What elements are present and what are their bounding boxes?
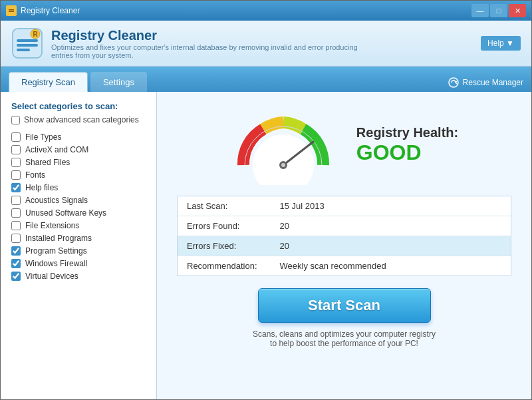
category-item-11[interactable]: Virtual Devices <box>11 272 146 281</box>
tabs-left: Registry Scan Settings <box>9 72 147 92</box>
info-label-2: Errors Fixed: <box>178 236 271 256</box>
category-checkbox-8[interactable] <box>11 234 21 243</box>
health-block: Registry Health: GOOD <box>356 125 458 165</box>
category-item-1[interactable]: ActiveX and COM <box>11 145 146 154</box>
category-label-2: Shared Files <box>25 158 70 167</box>
rescue-manager-button[interactable]: Rescue Manager <box>448 77 523 92</box>
category-checkbox-5[interactable] <box>11 196 21 205</box>
category-checkbox-1[interactable] <box>11 145 21 154</box>
info-table: Last Scan:15 Jul 2013Errors Found:20Erro… <box>177 196 511 276</box>
tab-registry-scan[interactable]: Registry Scan <box>9 72 88 92</box>
app-header: R Registry Cleaner Optimizes and fixes y… <box>1 21 531 67</box>
info-label-1: Errors Found: <box>178 216 271 236</box>
category-checkbox-2[interactable] <box>11 158 21 167</box>
help-button[interactable]: Help ▼ <box>481 36 521 51</box>
info-row-0: Last Scan:15 Jul 2013 <box>178 196 511 216</box>
app-icon <box>6 5 17 16</box>
svg-rect-4 <box>17 39 38 42</box>
category-label-3: Fonts <box>25 170 45 180</box>
category-label-1: ActiveX and COM <box>25 145 88 154</box>
info-value-2: 20 <box>271 236 511 256</box>
category-list: File TypesActiveX and COMShared FilesFon… <box>11 132 146 281</box>
rescue-manager-icon <box>448 77 459 88</box>
svg-point-13 <box>281 163 285 167</box>
title-bar-left: Registry Cleaner <box>6 5 80 16</box>
title-bar: Registry Cleaner — □ ✕ <box>1 1 531 21</box>
info-value-3: Weekly scan recommended <box>271 256 511 276</box>
info-row-2: Errors Fixed:20 <box>178 236 511 256</box>
info-row-3: Recommendation:Weekly scan recommended <box>178 256 511 276</box>
scan-description: Scans, cleans and optimizes your compute… <box>253 329 436 348</box>
category-checkbox-0[interactable] <box>11 132 21 142</box>
maximize-button[interactable]: □ <box>490 4 507 17</box>
sidebar-title: Select categories to scan: <box>11 101 146 111</box>
category-checkbox-6[interactable] <box>11 208 21 218</box>
category-item-0[interactable]: File Types <box>11 132 146 142</box>
category-item-2[interactable]: Shared Files <box>11 158 146 167</box>
info-value-1: 20 <box>271 216 511 236</box>
category-checkbox-11[interactable] <box>11 272 21 281</box>
category-checkbox-10[interactable] <box>11 259 21 268</box>
tabs-bar: Registry Scan Settings Rescue Manager <box>1 67 531 92</box>
tab-settings[interactable]: Settings <box>90 72 147 92</box>
info-value-0: 15 Jul 2013 <box>271 196 511 216</box>
category-item-4[interactable]: Help files <box>11 183 146 192</box>
category-item-8[interactable]: Installed Programs <box>11 234 146 243</box>
gauge-svg <box>230 105 336 185</box>
category-checkbox-4[interactable] <box>11 183 21 192</box>
info-label-0: Last Scan: <box>178 196 271 216</box>
window-controls: — □ ✕ <box>471 4 526 17</box>
gauge-health-row: Registry Health: GOOD <box>230 105 458 185</box>
category-item-7[interactable]: File Extensions <box>11 221 146 230</box>
svg-rect-6 <box>17 49 30 51</box>
sidebar: Select categories to scan: Show advanced… <box>1 92 157 399</box>
right-panel: ©SnapFiles <box>157 92 531 399</box>
category-item-10[interactable]: Windows Firewall <box>11 259 146 268</box>
category-item-6[interactable]: Unused Software Keys <box>11 208 146 218</box>
category-label-11: Virtual Devices <box>25 272 78 281</box>
health-label: Registry Health: <box>356 125 458 140</box>
info-label-3: Recommendation: <box>178 256 271 276</box>
svg-rect-5 <box>17 44 38 47</box>
rescue-manager-label: Rescue Manager <box>463 78 523 87</box>
category-label-5: Acoustics Signals <box>25 196 88 205</box>
app-title-block: Registry Cleaner Optimizes and fixes you… <box>51 28 370 59</box>
category-checkbox-9[interactable] <box>11 246 21 256</box>
category-checkbox-7[interactable] <box>11 221 21 230</box>
window-title: Registry Cleaner <box>21 6 80 15</box>
health-value: GOOD <box>356 140 458 165</box>
start-scan-button[interactable]: Start Scan <box>258 288 431 323</box>
category-item-3[interactable]: Fonts <box>11 170 146 180</box>
category-checkbox-3[interactable] <box>11 170 21 180</box>
info-row-1: Errors Found:20 <box>178 216 511 236</box>
category-label-8: Installed Programs <box>25 234 92 243</box>
main-window: Registry Cleaner — □ ✕ R Registry Cleane… <box>0 0 532 400</box>
app-header-left: R Registry Cleaner Optimizes and fixes y… <box>11 27 370 59</box>
svg-point-10 <box>253 134 314 185</box>
svg-text:R: R <box>33 31 38 38</box>
show-advanced-checkbox[interactable] <box>11 116 20 124</box>
category-label-9: Program Settings <box>25 246 87 256</box>
category-label-7: File Extensions <box>25 221 79 230</box>
close-button[interactable]: ✕ <box>509 4 526 17</box>
svg-rect-0 <box>7 7 15 15</box>
category-label-6: Unused Software Keys <box>25 208 106 218</box>
svg-rect-2 <box>9 11 14 13</box>
app-subtitle: Optimizes and fixes your computer's inte… <box>51 43 370 59</box>
svg-rect-1 <box>9 9 14 11</box>
app-logo-icon: R <box>11 27 43 59</box>
category-label-10: Windows Firewall <box>25 259 87 268</box>
category-item-5[interactable]: Acoustics Signals <box>11 196 146 205</box>
minimize-button[interactable]: — <box>471 4 489 17</box>
main-content: Select categories to scan: Show advanced… <box>1 92 531 399</box>
category-item-9[interactable]: Program Settings <box>11 246 146 256</box>
category-label-4: Help files <box>25 183 58 192</box>
gauge-container <box>230 105 336 185</box>
category-label-0: File Types <box>25 132 61 142</box>
svg-point-9 <box>449 78 458 87</box>
app-title: Registry Cleaner <box>51 28 370 43</box>
show-advanced-checkbox-label[interactable]: Show advanced scan categories <box>11 115 146 124</box>
